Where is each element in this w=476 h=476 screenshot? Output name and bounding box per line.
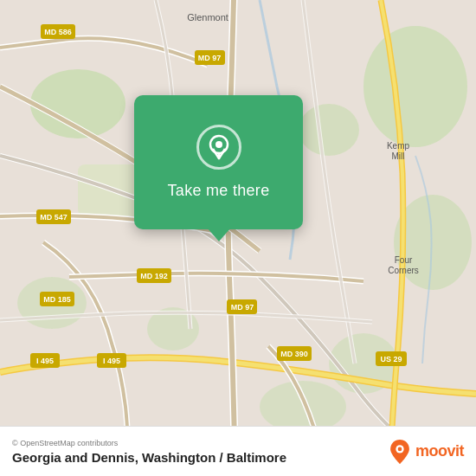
- map-container: MD 586 MD 97 MD 547 MD 185 MD 192 MD 97 …: [0, 0, 476, 476]
- moovit-logo: moovit: [388, 440, 464, 464]
- svg-text:Corners: Corners: [388, 266, 419, 275]
- popup-card[interactable]: Take me there: [134, 95, 303, 229]
- location-pin-icon: [206, 134, 232, 160]
- svg-point-36: [215, 141, 222, 148]
- svg-text:MD 547: MD 547: [40, 213, 68, 222]
- svg-text:MD 97: MD 97: [198, 54, 222, 62]
- svg-text:Glenmont: Glenmont: [187, 12, 228, 23]
- svg-text:I 495: I 495: [36, 357, 54, 365]
- map-svg: MD 586 MD 97 MD 547 MD 185 MD 192 MD 97 …: [0, 0, 476, 476]
- svg-text:MD 192: MD 192: [140, 272, 168, 280]
- svg-text:MD 586: MD 586: [44, 28, 72, 36]
- svg-text:Four: Four: [395, 255, 413, 265]
- svg-text:Kemp: Kemp: [387, 141, 410, 151]
- svg-point-2: [363, 26, 467, 147]
- svg-point-8: [260, 381, 346, 433]
- svg-text:MD 97: MD 97: [231, 303, 254, 312]
- svg-text:Mill: Mill: [392, 151, 405, 161]
- map-attribution: © OpenStreetMap contributors: [12, 439, 388, 447]
- bottom-bar: © OpenStreetMap contributors Georgia and…: [0, 426, 476, 476]
- svg-text:I 495: I 495: [103, 357, 120, 365]
- svg-text:MD 185: MD 185: [43, 295, 71, 304]
- svg-text:MD 390: MD 390: [280, 350, 308, 358]
- location-label: Georgia and Dennis, Washington / Baltimo…: [12, 450, 388, 465]
- moovit-brand-text: moovit: [415, 442, 464, 460]
- svg-point-4: [299, 104, 359, 156]
- svg-point-38: [398, 447, 402, 451]
- svg-text:US 29: US 29: [380, 355, 402, 363]
- location-icon-wrap: [196, 125, 241, 170]
- take-me-there-button[interactable]: Take me there: [168, 182, 270, 200]
- moovit-pin-icon: [388, 440, 412, 464]
